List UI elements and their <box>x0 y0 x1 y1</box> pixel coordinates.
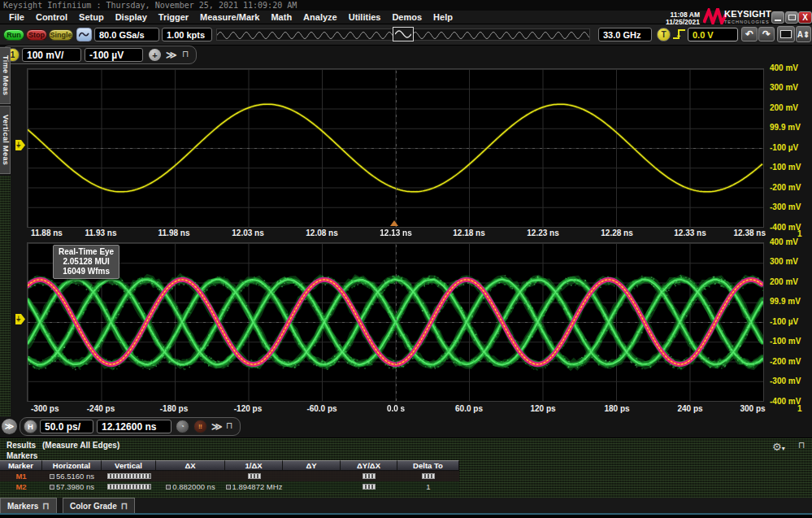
horizontal-scale-value: 50.0 ps/ <box>45 421 80 433</box>
clipped-value-indicator <box>422 473 435 479</box>
channel1-offset-value: -100 µV <box>89 50 124 61</box>
add-channel-button[interactable]: + <box>149 49 161 61</box>
menu-analyze[interactable]: Analyze <box>297 12 343 22</box>
menu-demos[interactable]: Demos <box>386 12 428 22</box>
x-tick: 12.33 ns <box>674 229 706 237</box>
eye-diagram-graticule[interactable] <box>27 242 764 402</box>
y-tick: -100 µV <box>770 143 810 152</box>
markers-section-label: Markers <box>7 451 37 460</box>
bandwidth-value: 33.0 GHz <box>603 30 640 40</box>
close-button[interactable]: X <box>798 11 812 24</box>
channel1-scale-field[interactable]: 100 mV/ <box>22 48 81 62</box>
timebase-window-icon[interactable] <box>393 27 414 41</box>
real-time-eye-trace[interactable] <box>28 243 763 401</box>
y-tick: -200 mV <box>770 183 810 192</box>
eye-ground-marker[interactable]: ⏚ <box>15 314 25 324</box>
y-tick: -100 mV <box>770 337 810 346</box>
channel-expand-chevron[interactable]: ≫ <box>166 48 177 62</box>
menu-help[interactable]: Help <box>428 12 458 22</box>
restore-icon <box>788 15 796 20</box>
x-tick: 11.88 ns <box>31 229 63 237</box>
x-tick: 12.18 ns <box>453 229 484 237</box>
tab-markers[interactable]: Markers ⊓ <box>0 498 57 513</box>
horizontal-pin-icon[interactable]: ⊓ <box>226 420 233 432</box>
channel1-offset-field[interactable]: -100 µV <box>85 48 143 62</box>
m1-inv-dx <box>225 471 283 481</box>
y-tick: 200 mV <box>770 103 810 112</box>
col-delta-to: Delta To <box>397 460 459 471</box>
col-dx: ΔX <box>156 460 225 471</box>
menu-measure-mark[interactable]: Measure/Mark <box>194 12 265 22</box>
single-button[interactable]: Single <box>49 29 73 41</box>
sample-rate-field[interactable]: 80.0 GSa/s <box>94 28 159 41</box>
expand-left-chevron-button[interactable]: ≫ <box>2 419 17 434</box>
touch-button[interactable] <box>76 28 92 41</box>
y-tick: 99.9 mV <box>770 123 810 132</box>
run-button[interactable]: Run <box>3 29 24 41</box>
tab-color-grade[interactable]: Color Grade ⊓ <box>63 498 135 513</box>
results-title: Results <box>7 441 36 450</box>
trigger-time-marker[interactable] <box>390 220 398 226</box>
display-settings-button[interactable] <box>777 26 795 42</box>
clipped-value-indicator <box>248 473 261 479</box>
menu-utilities[interactable]: Utilities <box>343 12 387 22</box>
autoscale-button[interactable]: A⇕ <box>796 26 811 42</box>
memory-depth-field[interactable]: 1.00 kpts <box>162 28 212 41</box>
brand-name: KEYSIGHT <box>724 10 770 18</box>
m2-horizontal: 57.3980 ns <box>42 481 102 492</box>
menu-control[interactable]: Control <box>30 12 73 22</box>
sidebar-texture-strip <box>0 176 11 416</box>
menu-display[interactable]: Display <box>110 12 153 22</box>
m2-dx: 0.882000 ns <box>156 481 225 492</box>
tab-pin-icon: ⊓ <box>121 500 128 512</box>
markers-table: Marker Horizontal Vertical ΔX 1/ΔX ΔY ΔY… <box>0 460 459 492</box>
eye-graph-channel-badge: 1 <box>797 404 802 413</box>
y-tick: -100 µV <box>770 317 810 326</box>
single-label: Single <box>50 31 72 39</box>
menu-math[interactable]: Math <box>265 12 297 22</box>
trigger-source-badge[interactable]: T <box>657 28 671 41</box>
channel1-waveform-trace[interactable] <box>28 69 763 227</box>
horizontal-badge[interactable]: H <box>24 420 37 433</box>
trigger-level-field[interactable]: 0.0 V <box>688 28 738 41</box>
undo-button[interactable]: ↶ <box>741 27 758 41</box>
top-waveform-graticule[interactable] <box>27 68 764 228</box>
x-tick: -180 ps <box>160 404 188 413</box>
horizontal-position-field[interactable]: 12.12600 ns <box>97 420 172 433</box>
menu-setup[interactable]: Setup <box>73 12 110 22</box>
channel1-ground-marker[interactable]: ⏚ <box>15 140 25 150</box>
horizontal-expand-chevron[interactable]: ≫ <box>211 420 223 433</box>
x-tick: 11.93 ns <box>85 229 117 237</box>
acquisition-alert-button[interactable]: ‼ <box>193 420 207 433</box>
horizontal-position-value: 12.12600 ns <box>102 421 156 433</box>
y-tick: -100 mV <box>770 163 810 172</box>
restore-button[interactable] <box>785 11 798 24</box>
menu-file[interactable]: File <box>3 12 30 22</box>
x-tick: -240 ps <box>87 404 115 413</box>
zoom-mode-button[interactable]: ◔ <box>176 420 189 433</box>
col-dy: ΔY <box>283 460 341 471</box>
touch-wave-icon <box>79 31 89 38</box>
eye-annotation[interactable]: Real-Time Eye 2.05128 MUI 16049 Wfms <box>53 245 119 279</box>
y-tick: -300 mV <box>770 377 810 385</box>
eye-graph-x-axis: -300 ps -240 ps -180 ps -120 ps -60.0 ps… <box>0 404 812 414</box>
col-inv-dx: 1/ΔX <box>225 460 283 471</box>
sidebar-tab-vertical-meas[interactable]: Vertical Meas <box>0 106 11 174</box>
trigger-edge-icon[interactable] <box>673 28 686 44</box>
bandwidth-field[interactable]: 33.0 GHz <box>598 28 652 41</box>
menu-trigger[interactable]: Trigger <box>153 12 194 22</box>
minimize-button[interactable] <box>771 11 784 24</box>
horizontal-scale-field[interactable]: 50.0 ps/ <box>40 420 93 433</box>
x-tick: 180 ps <box>604 404 629 413</box>
m1-label: M1 <box>0 471 42 481</box>
results-pin-icon[interactable]: ⊓ <box>798 439 805 451</box>
stop-button[interactable]: Stop <box>26 29 47 41</box>
marker-row-m1[interactable]: M1 56.5160 ns <box>0 471 459 481</box>
m2-vertical <box>102 481 156 492</box>
trigger-source-label: T <box>661 30 666 39</box>
sidebar-tab-time-meas[interactable]: Time Meas <box>0 47 11 104</box>
channel-pin-icon[interactable]: ⊓ <box>182 48 189 60</box>
redo-button[interactable]: ↷ <box>758 27 775 41</box>
marker-row-m2[interactable]: M2 57.3980 ns 0.882000 ns 1.894872 MHz 1 <box>0 481 459 492</box>
results-settings-button[interactable]: ⚙▾ <box>772 439 785 454</box>
